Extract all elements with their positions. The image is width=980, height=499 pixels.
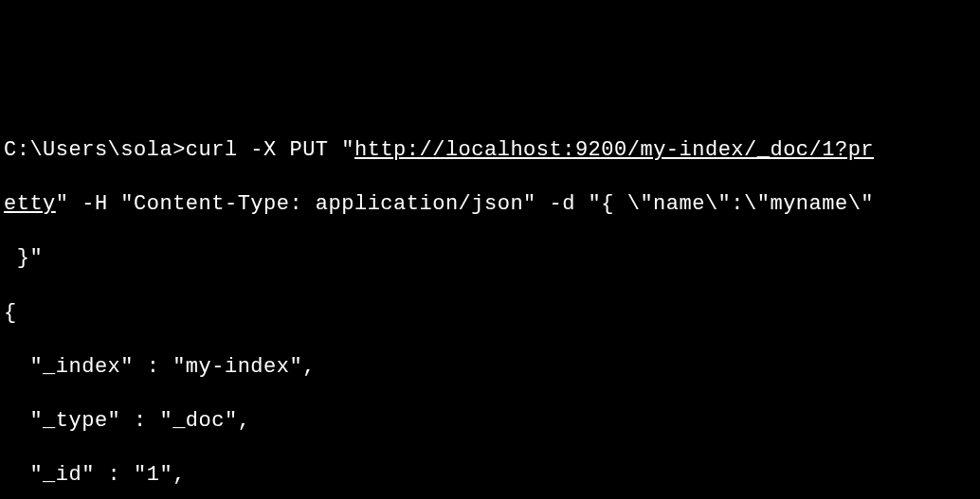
command-line-2: etty" -H "Content-Type: application/json… bbox=[4, 191, 976, 219]
command-line-3: }" bbox=[4, 245, 976, 273]
command-text-2a: etty bbox=[4, 192, 56, 216]
output-line-2: "_index" : "my-index", bbox=[4, 354, 976, 382]
terminal-window[interactable]: C:\Users\sola>curl -X PUT "http://localh… bbox=[4, 110, 976, 499]
output-line-4: "_id" : "1", bbox=[4, 462, 976, 490]
command-text-2b: " -H "Content-Type: application/json" -d… bbox=[56, 192, 874, 216]
command-url: http://localhost:9200/my-index/_doc/1?pr bbox=[354, 138, 874, 162]
command-line-1: C:\Users\sola>curl -X PUT "http://localh… bbox=[4, 137, 976, 165]
output-line-1: { bbox=[4, 300, 976, 328]
prompt: C:\Users\sola> bbox=[4, 138, 186, 162]
command-text-1: curl -X PUT " bbox=[186, 138, 354, 162]
output-line-3: "_type" : "_doc", bbox=[4, 408, 976, 436]
